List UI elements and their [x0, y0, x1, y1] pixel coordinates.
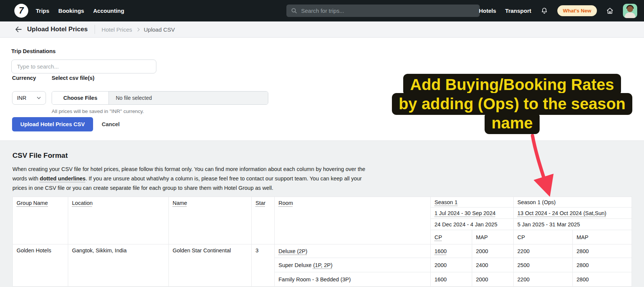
- bell-icon[interactable]: [540, 7, 548, 15]
- csv-format-description: When creating your CSV file for hotel pr…: [12, 165, 374, 193]
- trip-destinations-label: Trip Destinations: [11, 48, 56, 54]
- cell-price: 2000: [472, 244, 514, 258]
- instruction-callout: Add Buying/Booking Rates by adding (Ops)…: [384, 74, 640, 134]
- nav-item-accounting[interactable]: Accounting: [93, 8, 124, 14]
- col-header-location: Location: [68, 197, 169, 244]
- subheader-map: MAP: [472, 230, 514, 244]
- cp-ops-label: CP: [517, 234, 525, 240]
- cell-price: 2000: [472, 272, 514, 287]
- trip-search-input[interactable]: Search for trips...: [286, 5, 480, 17]
- divider: [95, 25, 95, 34]
- cell-price: 2000: [431, 258, 472, 272]
- season1-ops-date-range-2: 5 Jan 2025 - 31 Mar 2025: [514, 219, 632, 230]
- breadcrumb-hotel-prices[interactable]: Hotel Prices: [102, 26, 132, 33]
- cell-price: 2500: [514, 258, 573, 272]
- season1-ops-date1-term[interactable]: 13 Oct 2024 - 24 Oct 2024 (Sat,Sun): [517, 210, 606, 216]
- room-tooltip-term[interactable]: Deluxe (2P): [278, 248, 307, 254]
- cell-price: 2400: [472, 258, 514, 272]
- trip-destinations-placeholder: Type to search...: [17, 63, 59, 70]
- price-tooltip-term[interactable]: 1600: [434, 248, 447, 254]
- room-tooltip-term[interactable]: Room: [278, 200, 293, 206]
- nav-item-transport[interactable]: Transport: [505, 8, 531, 14]
- table-row: Golden Hotels Gangtok, Sikkim, India Gol…: [13, 244, 632, 258]
- avatar-shirt: [625, 12, 635, 18]
- star-tooltip-term[interactable]: Star: [255, 200, 266, 206]
- cell-location: Gangtok, Sikkim, India: [68, 244, 169, 287]
- subheader-map-ops: MAP: [573, 230, 632, 244]
- chevron-down-icon: [37, 96, 41, 100]
- cell-group-name: Golden Hotels: [13, 244, 68, 287]
- room-tooltip-term[interactable]: (1P, 2P): [313, 262, 332, 268]
- dotted-underlines-term[interactable]: dotted underlines: [40, 176, 86, 182]
- currency-value: INR: [17, 95, 26, 101]
- cell-room: Deluxe (2P): [275, 244, 431, 258]
- search-icon: [291, 8, 297, 14]
- cell-price: 2800: [573, 258, 632, 272]
- csv-format-title: CSV File Format: [12, 151, 68, 160]
- file-status-text: No file selected: [109, 92, 268, 104]
- col-header-season1: Season 1: [431, 197, 514, 208]
- currency-select[interactable]: INR: [12, 91, 46, 105]
- back-arrow-icon[interactable]: [14, 24, 23, 34]
- room-text: Family Room - 3 Bedded (3P): [278, 276, 351, 282]
- currency-label: Currency: [12, 75, 36, 81]
- cell-price: 1600: [431, 272, 472, 287]
- season1-ops-date-range-1: 13 Oct 2024 - 24 Oct 2024 (Sat,Sun): [514, 208, 632, 219]
- col-header-season1-ops: Season 1 (Ops): [514, 197, 632, 208]
- callout-line-1: Add Buying/Booking Rates: [403, 74, 621, 96]
- cell-price: 1600: [431, 244, 472, 258]
- choose-files-button[interactable]: Choose Files: [52, 92, 109, 104]
- cell-hotel-name: Golden Star Continental: [169, 244, 252, 287]
- callout-line-2: by adding (Ops) to the season: [392, 93, 632, 115]
- nav-item-trips[interactable]: Trips: [36, 8, 49, 14]
- cp-tooltip-term[interactable]: CP: [434, 234, 442, 240]
- table-header-row: Group Name Location Name Star Room Seaso…: [13, 197, 632, 208]
- trip-destinations-input[interactable]: Type to search...: [11, 60, 156, 73]
- cell-price: 2800: [573, 272, 632, 287]
- subheader-cp: CP: [431, 230, 472, 244]
- room-text: Super Deluxe: [278, 262, 313, 268]
- upload-csv-button[interactable]: Upload Hotel Prices CSV: [12, 117, 93, 131]
- nav-item-hotels[interactable]: Hotels: [479, 8, 496, 14]
- season1-tooltip-term[interactable]: Season 1: [434, 199, 457, 205]
- map-ops-label: MAP: [577, 234, 588, 240]
- cell-price: 2200: [514, 244, 573, 258]
- currency-helper-text: All prices will be saved in "INR" curren…: [52, 108, 144, 114]
- breadcrumb-upload-csv: Upload CSV: [144, 26, 175, 33]
- col-header-room: Room: [275, 197, 431, 244]
- cell-price: 2800: [573, 244, 632, 258]
- season1-date2: 24 Dec 2024 - 4 Jan 2025: [434, 221, 497, 227]
- cell-price: 2200: [514, 272, 573, 287]
- chevron-right-icon: [136, 27, 140, 31]
- season1-ops-label: Season 1 (Ops): [517, 199, 556, 205]
- user-avatar[interactable]: [623, 4, 637, 18]
- brand-logo-icon[interactable]: 7: [14, 4, 28, 18]
- search-placeholder: Search for trips...: [301, 8, 344, 14]
- subheader-cp-ops: CP: [514, 230, 573, 244]
- col-header-group-name: Group Name: [13, 197, 68, 244]
- navbar-right: Hotels Transport What's New: [479, 0, 637, 21]
- col-header-name: Name: [169, 197, 252, 244]
- whats-new-button[interactable]: What's New: [557, 5, 597, 16]
- cell-room: Family Room - 3 Bedded (3P): [275, 272, 431, 287]
- map-label: MAP: [476, 234, 488, 240]
- cell-room: Super Deluxe (1P, 2P): [275, 258, 431, 272]
- csv-files-label: Select csv file(s): [52, 75, 95, 81]
- col-header-star: Star: [252, 197, 275, 244]
- primary-nav: Trips Bookings Accounting: [36, 0, 124, 21]
- page-title: Upload Hotel Prices: [27, 26, 88, 33]
- name-tooltip-term[interactable]: Name: [173, 200, 187, 206]
- group-name-tooltip-term[interactable]: Group Name: [17, 200, 48, 206]
- csv-file-input[interactable]: Choose Files No file selected: [52, 91, 268, 105]
- nav-item-bookings[interactable]: Bookings: [58, 8, 84, 14]
- season1-ops-date2: 5 Jan 2025 - 31 Mar 2025: [517, 221, 580, 227]
- season1-date1-term[interactable]: 1 Jul 2024 - 30 Sep 2024: [434, 210, 496, 216]
- location-tooltip-term[interactable]: Location: [72, 200, 93, 206]
- top-navbar: 7 Trips Bookings Accounting Search for t…: [0, 0, 644, 21]
- cell-star: 3: [252, 244, 275, 287]
- avatar-face: [627, 6, 633, 12]
- csv-format-table: Group Name Location Name Star Room Seaso…: [12, 197, 632, 287]
- cancel-button[interactable]: Cancel: [102, 117, 120, 131]
- page-header: Upload Hotel Prices Hotel Prices Upload …: [0, 21, 644, 38]
- home-icon[interactable]: [606, 7, 614, 15]
